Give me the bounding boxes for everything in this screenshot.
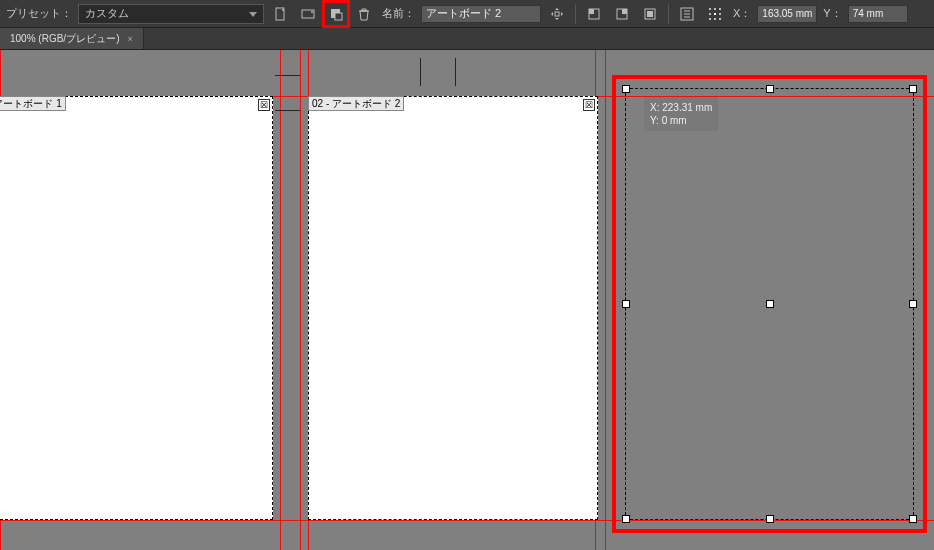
resize-handle-e[interactable] <box>909 300 917 308</box>
artboard-options-button[interactable] <box>675 2 699 26</box>
svg-rect-14 <box>709 8 711 10</box>
separator <box>575 4 576 24</box>
new-artboard-icon <box>329 7 343 21</box>
svg-point-1 <box>282 9 284 11</box>
tab-close-icon[interactable]: × <box>127 34 132 44</box>
document-tab[interactable]: 100% (RGB/プレビュー) × <box>0 28 144 49</box>
tooltip-x-line: X: 223.31 mm <box>650 101 712 114</box>
svg-rect-10 <box>622 9 627 14</box>
new-artboard-selection[interactable]: X: 223.31 mm Y: 0 mm <box>625 88 914 520</box>
align-button-1[interactable] <box>582 2 606 26</box>
move-artwork-icon <box>550 7 564 21</box>
svg-rect-8 <box>589 9 594 14</box>
align-button-3[interactable] <box>638 2 662 26</box>
artboard-name-input[interactable] <box>421 5 541 23</box>
svg-rect-20 <box>709 18 711 20</box>
svg-rect-6 <box>555 12 559 16</box>
svg-rect-18 <box>714 13 716 15</box>
document-tab-title: 100% (RGB/プレビュー) <box>10 32 119 46</box>
svg-rect-17 <box>709 13 711 15</box>
resize-handle-w[interactable] <box>622 300 630 308</box>
resize-handle-sw[interactable] <box>622 515 630 523</box>
align-icon-1 <box>587 7 601 21</box>
move-with-artboard-button[interactable] <box>545 2 569 26</box>
portrait-icon <box>273 7 287 21</box>
delete-artboard-button[interactable] <box>352 2 376 26</box>
landscape-icon <box>301 7 315 21</box>
artboard-label: 1 - アートボード 1 <box>0 96 66 111</box>
artboard-close-icon[interactable]: ☒ <box>258 99 270 111</box>
svg-rect-5 <box>335 13 342 20</box>
svg-rect-16 <box>719 8 721 10</box>
resize-handle-se[interactable] <box>909 515 917 523</box>
svg-rect-22 <box>719 18 721 20</box>
tooltip-y-line: Y: 0 mm <box>650 114 712 127</box>
separator <box>668 4 669 24</box>
artboard-label: 02 - アートボード 2 <box>308 96 404 111</box>
svg-rect-21 <box>714 18 716 20</box>
position-tooltip: X: 223.31 mm Y: 0 mm <box>644 97 718 131</box>
center-handle[interactable] <box>766 300 774 308</box>
options-dialog-icon <box>680 7 694 21</box>
reference-point-icon <box>708 7 722 21</box>
align-button-2[interactable] <box>610 2 634 26</box>
document-tab-bar: 100% (RGB/プレビュー) × <box>0 28 934 50</box>
crop-mark <box>420 58 421 86</box>
svg-point-3 <box>311 11 313 13</box>
artboard-1[interactable]: 1 - アートボード 1 ☒ <box>0 96 273 520</box>
canvas-area[interactable]: 1 - アートボード 1 ☒ 02 - アートボード 2 ☒ X: 223.31… <box>0 50 934 550</box>
reference-point-button[interactable] <box>703 2 727 26</box>
y-coord-input[interactable] <box>848 5 908 23</box>
preset-value-text: カスタム <box>85 6 129 21</box>
guide-vertical <box>605 50 606 550</box>
preset-dropdown[interactable]: カスタム <box>78 4 264 24</box>
orientation-landscape-button[interactable] <box>296 2 320 26</box>
artboard-2[interactable]: 02 - アートボード 2 ☒ <box>308 96 598 520</box>
resize-handle-ne[interactable] <box>909 85 917 93</box>
crop-mark <box>275 110 300 111</box>
resize-handle-s[interactable] <box>766 515 774 523</box>
artboard-close-icon[interactable]: ☒ <box>583 99 595 111</box>
trash-icon <box>357 7 371 21</box>
resize-handle-nw[interactable] <box>622 85 630 93</box>
preset-label: プリセット： <box>4 6 74 21</box>
x-coord-input[interactable] <box>757 5 817 23</box>
align-icon-3 <box>643 7 657 21</box>
guide-vertical <box>280 50 281 550</box>
orientation-portrait-button[interactable] <box>268 2 292 26</box>
crop-mark <box>275 75 300 76</box>
svg-rect-19 <box>719 13 721 15</box>
options-bar: プリセット： カスタム 名前： X： Y： <box>0 0 934 28</box>
align-icon-2 <box>615 7 629 21</box>
crop-mark <box>455 58 456 86</box>
x-label: X： <box>731 6 753 21</box>
guide-horizontal <box>0 520 934 521</box>
y-label: Y： <box>821 6 843 21</box>
svg-rect-15 <box>714 8 716 10</box>
name-label: 名前： <box>380 6 417 21</box>
new-artboard-button[interactable] <box>324 2 348 26</box>
svg-rect-12 <box>647 11 653 17</box>
guide-vertical <box>300 50 301 550</box>
resize-handle-n[interactable] <box>766 85 774 93</box>
